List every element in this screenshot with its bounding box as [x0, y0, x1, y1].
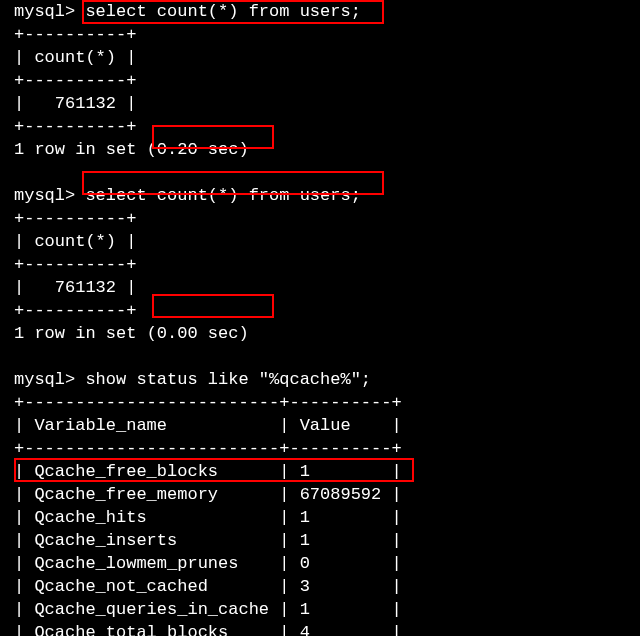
table-border: +----------+	[0, 207, 640, 230]
blank-line	[0, 345, 640, 368]
table-border: +----------+	[0, 23, 640, 46]
mysql-prompt: mysql>	[14, 2, 75, 21]
table-border: +----------+	[0, 253, 640, 276]
sql-prompt-line: mysql> show status like "%qcache%";	[0, 368, 640, 391]
blank-line	[0, 161, 640, 184]
table-header: | Variable_name | Value |	[0, 414, 640, 437]
table-border: +----------+	[0, 115, 640, 138]
table-row: | Qcache_queries_in_cache | 1 |	[0, 598, 640, 621]
query-time: (0.00 sec)	[147, 324, 249, 343]
query-time: (0.20 sec)	[147, 140, 249, 159]
table-border: +----------+	[0, 69, 640, 92]
result-summary: 1 row in set (0.20 sec)	[0, 138, 640, 161]
table-row: | Qcache_not_cached | 3 |	[0, 575, 640, 598]
terminal-window[interactable]: mysql> select count(*) from users; +----…	[0, 0, 640, 636]
table-row: | Qcache_inserts | 1 |	[0, 529, 640, 552]
table-border: +-------------------------+----------+	[0, 437, 640, 460]
mysql-prompt: mysql>	[14, 370, 75, 389]
sql-query: select count(*) from users;	[85, 186, 360, 205]
table-row: | Qcache_free_memory | 67089592 |	[0, 483, 640, 506]
result-summary: 1 row in set (0.00 sec)	[0, 322, 640, 345]
table-header: | count(*) |	[0, 46, 640, 69]
table-row: | 761132 |	[0, 276, 640, 299]
sql-query: show status like "%qcache%";	[85, 370, 371, 389]
table-border: +-------------------------+----------+	[0, 391, 640, 414]
table-row: | Qcache_free_blocks | 1 |	[0, 460, 640, 483]
sql-query: select count(*) from users;	[85, 2, 360, 21]
table-header: | count(*) |	[0, 230, 640, 253]
mysql-prompt: mysql>	[14, 186, 75, 205]
table-row: | Qcache_total_blocks | 4 |	[0, 621, 640, 636]
table-row: | Qcache_lowmem_prunes | 0 |	[0, 552, 640, 575]
sql-prompt-line: mysql> select count(*) from users;	[0, 184, 640, 207]
sql-prompt-line: mysql> select count(*) from users;	[0, 0, 640, 23]
table-border: +----------+	[0, 299, 640, 322]
table-row: | 761132 |	[0, 92, 640, 115]
table-row: | Qcache_hits | 1 |	[0, 506, 640, 529]
